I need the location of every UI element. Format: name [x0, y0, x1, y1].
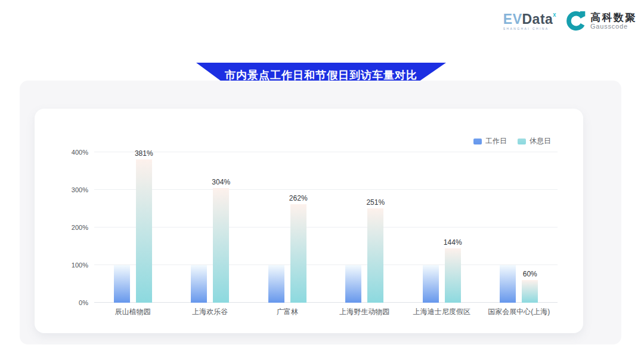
restday-bar: 262% [290, 204, 306, 303]
workday-bar [268, 265, 284, 303]
bars-row: 304% [171, 152, 248, 303]
bar-group: 381%辰山植物园 [94, 152, 171, 303]
bars-row: 251% [326, 152, 403, 303]
bar-value-label: 144% [444, 238, 462, 247]
evdata-ev-text: EV [503, 11, 522, 26]
bar-value-label: 304% [212, 178, 230, 186]
legend-item-restday: 休息日 [518, 136, 551, 146]
workday-bar [114, 265, 130, 303]
content-panel: 工作日休息日 0%100%200%300%400%381%辰山植物园304%上海… [20, 81, 621, 344]
gausscode-en-name: Gausscode [590, 23, 637, 30]
restday-bar: 60% [522, 280, 538, 303]
gausscode-g-icon [566, 11, 586, 31]
gausscode-text: 高科数聚 Gausscode [590, 12, 637, 30]
y-tick-label: 100% [72, 262, 88, 269]
bar-group: 262%广富林 [249, 152, 326, 303]
gausscode-logo: 高科数聚 Gausscode [566, 11, 637, 31]
bar-value-label: 60% [523, 270, 537, 278]
y-tick-label: 0% [79, 299, 88, 306]
restday-bar: 144% [445, 248, 461, 303]
evdata-subtext: SHANGHAI CHINA [503, 27, 556, 30]
bars-row: 381% [94, 152, 171, 303]
bar-group: 304%上海欢乐谷 [171, 152, 248, 303]
bar-group: 144%上海迪士尼度假区 [403, 152, 480, 303]
workday-bar [191, 265, 207, 303]
bar-value-label: 262% [289, 194, 308, 202]
x-category-label: 国家会展中心(上海) [469, 307, 569, 317]
y-tick-label: 300% [72, 186, 88, 193]
bar-value-label: 381% [135, 149, 153, 158]
workday-bar [423, 265, 439, 303]
y-tick-label: 200% [72, 224, 88, 231]
legend-label: 休息日 [530, 136, 551, 146]
plot-area: 0%100%200%300%400%381%辰山植物园304%上海欢乐谷262%… [94, 152, 558, 303]
legend-item-workday: 工作日 [473, 136, 507, 146]
workday-bar [345, 265, 361, 303]
restday-bar: 304% [213, 188, 229, 303]
chart-legend: 工作日休息日 [473, 136, 551, 146]
workday-bar [500, 265, 516, 303]
restday-bar: 251% [367, 208, 383, 303]
legend-swatch [518, 139, 526, 144]
evdata-x-icon: ˣ [553, 11, 556, 20]
bar-group: 251%上海野生动物园 [326, 152, 403, 303]
evdata-logo: EVDataˣ SHANGHAI CHINA [503, 11, 556, 31]
gausscode-cn-name: 高科数聚 [590, 12, 637, 24]
legend-swatch [473, 139, 482, 144]
chart-card: 工作日休息日 0%100%200%300%400%381%辰山植物园304%上海… [35, 109, 583, 333]
bars-row: 60% [481, 152, 558, 303]
evdata-data-text: Data [522, 11, 553, 26]
restday-bar: 381% [136, 159, 152, 303]
bars-row: 144% [403, 152, 480, 303]
legend-label: 工作日 [485, 136, 507, 146]
bars-row: 262% [249, 152, 326, 303]
evdata-wordmark: EVDataˣ [503, 11, 556, 26]
y-tick-label: 400% [72, 149, 88, 156]
brand-row: EVDataˣ SHANGHAI CHINA 高科数聚 Gausscode [503, 11, 637, 31]
bar-group: 60%国家会展中心(上海) [481, 152, 558, 303]
bar-value-label: 251% [366, 198, 385, 207]
page: EVDataˣ SHANGHAI CHINA 高科数聚 Gausscode 市内… [0, 0, 644, 363]
